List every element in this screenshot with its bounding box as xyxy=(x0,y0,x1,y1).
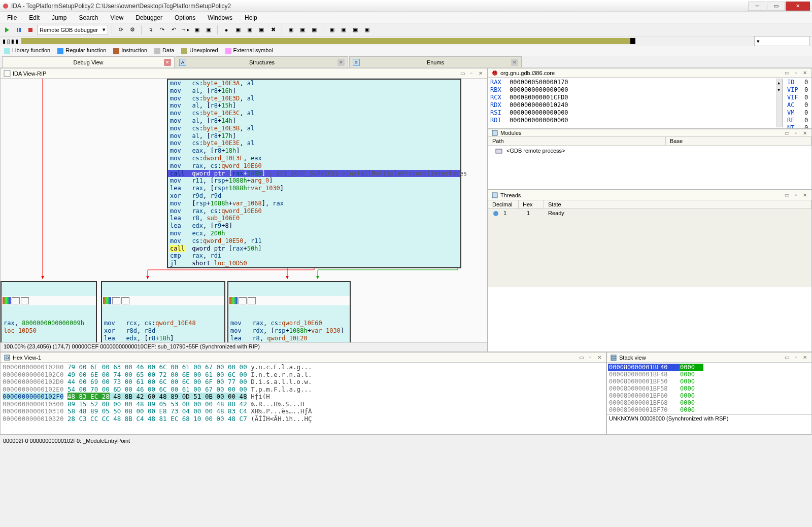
toolbar-btn-4[interactable]: ▣ xyxy=(245,25,255,35)
stack-view-title-bar: Stack view ▭▫✕ xyxy=(607,353,811,363)
threads-header-decimal[interactable]: Decimal xyxy=(488,200,519,208)
tab-close-icon[interactable]: ✕ xyxy=(511,59,518,66)
toolbar-btn-11[interactable]: ▣ xyxy=(339,25,349,35)
stack-footer: UNKNOWN 00008000 (Synchronized with RSP) xyxy=(607,414,811,422)
toolbar-btn-8[interactable]: ▣ xyxy=(297,25,308,35)
menu-help[interactable]: Help xyxy=(240,13,262,22)
menu-debugger[interactable]: Debugger xyxy=(130,13,167,22)
graph-view[interactable]: mov cs:byte_10E3A, almov al, [r8+16h]mov… xyxy=(1,79,487,342)
toolbar-btn-12[interactable]: ▣ xyxy=(350,25,360,35)
navband-segment-marker[interactable] xyxy=(630,38,635,44)
svg-text:O: O xyxy=(6,356,9,360)
panel-menu-button[interactable]: ▭ xyxy=(783,192,790,199)
navband-zoom-dropdown[interactable]: ▾ xyxy=(754,36,810,46)
stack-view[interactable]: 000080000001BF400000000080000001BF480000… xyxy=(607,363,811,414)
debugger-dropdown[interactable]: Remote GDB debugger▾ xyxy=(37,25,108,35)
navigation-band[interactable]: ▮▯▮▮ ▾ xyxy=(0,37,812,46)
minimize-button[interactable]: ─ xyxy=(748,2,766,11)
run-to-button[interactable]: →▸ xyxy=(180,25,190,35)
toolbar-btn-9[interactable]: ▣ xyxy=(309,25,319,35)
menu-jump[interactable]: Jump xyxy=(47,13,72,22)
stack-icon xyxy=(610,354,617,361)
toolbar-btn-7[interactable]: ▣ xyxy=(286,25,296,35)
panel-close-button[interactable]: ✕ xyxy=(801,354,808,361)
status-bar: 000002F0 00000000000102F0: _ModuleEntryP… xyxy=(0,435,812,446)
block-toolbar-icon xyxy=(248,297,256,304)
panel-float-button[interactable]: ▫ xyxy=(587,354,594,361)
run-button[interactable] xyxy=(2,25,12,35)
thread-state: Ready xyxy=(544,210,568,286)
toolbar-btn-1[interactable]: ▣ xyxy=(192,25,202,35)
legend-item: Library function xyxy=(4,47,50,54)
panel-menu-button[interactable]: ▭ xyxy=(783,69,790,77)
panel-close-button[interactable]: ✕ xyxy=(596,354,603,361)
hex-view[interactable]: 00000000000102B0 79 00 6E 00 63 00 46 00… xyxy=(1,363,606,424)
svg-point-5 xyxy=(492,71,497,76)
legend-item: Instruction xyxy=(113,47,147,54)
step-over-button[interactable]: ↷ xyxy=(157,25,167,35)
tab-debug-view[interactable]: Debug View ✕ xyxy=(2,56,175,67)
panel-float-button[interactable]: ▫ xyxy=(792,192,799,199)
close-button[interactable]: ✕ xyxy=(786,2,810,11)
toolbar-btn-2[interactable]: ▣ xyxy=(204,25,214,35)
stack-view-title: Stack view xyxy=(619,355,646,361)
menu-file[interactable]: File xyxy=(2,13,22,22)
toolbar: Remote GDB debugger▾ ⟳ ⚙ ↴ ↷ ↶ →▸ ▣ ▣ ● … xyxy=(0,23,812,37)
panel-menu-button[interactable]: ▭ xyxy=(783,129,790,136)
toolbar-btn-13[interactable]: ▣ xyxy=(362,25,372,35)
basic-block-left[interactable]: rax, 8000000000000009hloc_10D50 xyxy=(1,281,97,342)
tab-structures[interactable]: A Structures ✕ xyxy=(176,56,348,67)
svg-point-7 xyxy=(495,72,496,73)
tab-close-icon[interactable]: ✕ xyxy=(337,59,345,66)
toolbar-btn-5[interactable]: ▣ xyxy=(256,25,266,35)
breakpoint-button[interactable]: ● xyxy=(221,25,231,35)
menu-edit[interactable]: Edit xyxy=(24,13,45,22)
panel-menu-button[interactable]: ▭ xyxy=(578,354,585,361)
panel-float-button[interactable]: ▫ xyxy=(792,354,799,361)
panel-float-button[interactable]: ▫ xyxy=(792,69,799,77)
scrollbar[interactable]: ▴▾ xyxy=(776,79,783,127)
svg-rect-2 xyxy=(19,28,21,32)
threads-header-state[interactable]: State xyxy=(544,200,811,208)
tab-close-icon[interactable]: ✕ xyxy=(164,59,171,66)
modules-header-path[interactable]: Path xyxy=(488,137,666,145)
block-toolbar-icon xyxy=(12,297,20,304)
window-title: IDA - TcgPlatformSetupPolicy2 C:\Users\o… xyxy=(11,3,748,10)
panel-menu-button[interactable]: ▭ xyxy=(783,354,790,361)
step-out-button[interactable]: ↶ xyxy=(168,25,179,35)
menu-options[interactable]: Options xyxy=(170,13,200,22)
thread-row[interactable]: 1 1 Ready xyxy=(488,209,811,287)
stop-button[interactable] xyxy=(25,25,36,35)
pause-button[interactable] xyxy=(14,25,24,35)
panel-menu-button[interactable]: ▭ xyxy=(459,70,466,77)
basic-block-main[interactable]: mov cs:byte_10E3A, almov al, [r8+16h]mov… xyxy=(167,79,461,268)
step-into-button[interactable]: ↴ xyxy=(145,25,155,35)
threads-header-hex[interactable]: Hex xyxy=(519,200,544,208)
svg-point-6 xyxy=(493,72,494,73)
basic-block-right[interactable]: mov rax, cs:qword_10E60mov rdx, [rsp+108… xyxy=(227,281,351,342)
toolbar-btn-10[interactable]: ▣ xyxy=(327,25,337,35)
menu-search[interactable]: Search xyxy=(74,13,103,22)
svg-rect-4 xyxy=(4,71,10,77)
toolbar-refresh[interactable]: ⟳ xyxy=(116,25,126,35)
panel-close-button[interactable]: ✕ xyxy=(477,70,484,77)
panel-float-button[interactable]: ▫ xyxy=(468,70,475,77)
modules-title-bar: Modules ▭▫✕ xyxy=(488,129,811,137)
menu-windows[interactable]: Windows xyxy=(202,13,238,22)
tab-enums[interactable]: ≡ Enums ✕ xyxy=(349,56,522,67)
panel-close-button[interactable]: ✕ xyxy=(801,69,808,77)
ida-view-title: IDA View-RIP xyxy=(13,71,46,77)
navband-segment[interactable] xyxy=(21,38,630,44)
panel-close-button[interactable]: ✕ xyxy=(801,129,808,136)
panel-close-button[interactable]: ✕ xyxy=(801,192,808,199)
maximize-button[interactable]: ▭ xyxy=(767,2,785,11)
toolbar-settings[interactable]: ⚙ xyxy=(127,25,138,35)
basic-block-mid[interactable]: mov rcx, cs:qword_10E48xor r8d, r8dlea e… xyxy=(101,281,225,342)
modules-header-base[interactable]: Base xyxy=(666,137,811,145)
hex-view-title-bar: O Hex View-1 ▭▫✕ xyxy=(1,353,606,363)
toolbar-btn-6[interactable]: ✖ xyxy=(268,25,278,35)
panel-float-button[interactable]: ▫ xyxy=(792,129,799,136)
menu-view[interactable]: View xyxy=(105,13,128,22)
svg-rect-15 xyxy=(611,357,616,359)
toolbar-btn-3[interactable]: ▣ xyxy=(233,25,243,35)
